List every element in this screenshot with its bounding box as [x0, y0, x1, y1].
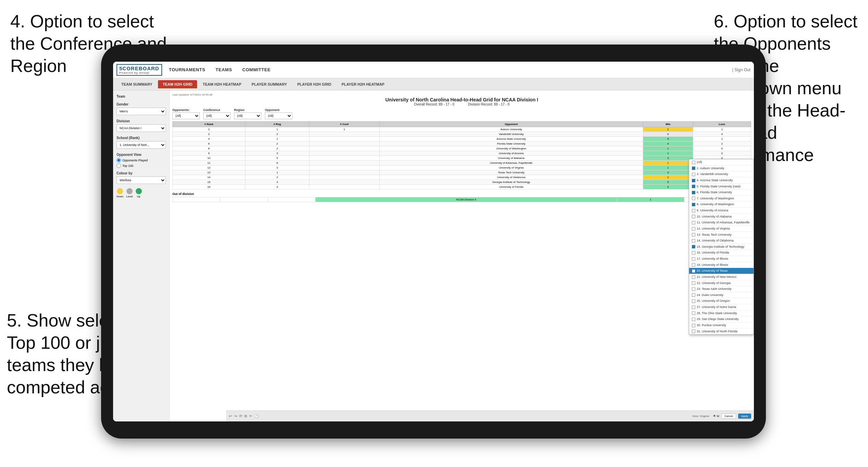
checkbox-icon: [692, 239, 695, 243]
data-table: # Rank # Reg # Conf Opponent Win Loss 2 …: [172, 121, 751, 189]
cell-win: 5: [643, 180, 693, 185]
dropdown-item[interactable]: 28. The Ohio State University: [689, 310, 754, 317]
table-row: 11 6 University of Arkansas, Fayettevill…: [173, 161, 751, 165]
dropdown-item[interactable]: 29. San Diego State University: [689, 316, 754, 322]
checkbox-icon: [692, 324, 695, 327]
dropdown-item[interactable]: 25. University of Oregon: [689, 298, 754, 304]
clock-icon: 🕐: [254, 414, 259, 418]
nav-tournaments[interactable]: TOURNAMENTS: [169, 67, 205, 72]
filter-region-select[interactable]: (All): [234, 112, 261, 119]
cell-conf: [309, 185, 380, 189]
checkbox-icon: [692, 330, 695, 333]
cell-win: 5: [643, 137, 693, 142]
sidebar-opponent-view-label: Opponent View: [117, 153, 166, 157]
cancel-button[interactable]: Cancel: [721, 414, 736, 419]
filter-opponents-select[interactable]: (All): [172, 112, 200, 119]
undo-icon[interactable]: ↩: [229, 414, 232, 418]
dropdown-item[interactable]: ✓15. Georgia Institute of Technology: [689, 244, 754, 250]
dropdown-item[interactable]: 24. Duke University: [689, 292, 754, 298]
signout[interactable]: | Sign Out: [732, 67, 750, 72]
cell-reg: 4: [245, 180, 309, 185]
cell-out-reg: [220, 197, 268, 202]
dropdown-item[interactable]: 10. University of Alabama: [689, 214, 754, 220]
radio-opponents-played-input[interactable]: [117, 158, 121, 162]
dropdown-item[interactable]: (All): [689, 159, 754, 165]
table-row: 14 2 University of Oklahoma 2 2: [173, 175, 751, 180]
col-reg: # Reg: [245, 122, 309, 127]
dropdown-item[interactable]: 18. University of Illinois: [689, 262, 754, 268]
nav-committee[interactable]: COMMITTEE: [242, 67, 271, 72]
tab-player-h2h-grid[interactable]: PLAYER H2H GRID: [292, 80, 336, 88]
table-row: 9 3 University of Arizona 1 0: [173, 151, 751, 156]
checkbox-icon: [692, 281, 695, 285]
dropdown-item[interactable]: ✓6. Florida State University: [689, 189, 754, 196]
dropdown-item[interactable]: 31. University of North Florida: [689, 329, 754, 335]
cell-loss: 2: [693, 142, 751, 146]
cell-conf: [309, 142, 380, 146]
copy-icon[interactable]: ⧉: [244, 414, 247, 418]
cell-reg: 1: [245, 170, 309, 175]
logo-text: 5COREBOARD: [119, 65, 159, 71]
opponent-dropdown[interactable]: (All)✓2. Auburn University3. Vanderbilt …: [689, 159, 754, 335]
sidebar-school-select[interactable]: 1. University of Nort...: [117, 141, 166, 149]
checkbox-icon: [692, 257, 695, 261]
checkbox-icon: [692, 293, 695, 297]
cell-reg: 3: [245, 151, 309, 156]
dropdown-item[interactable]: 30. Purdue University: [689, 322, 754, 329]
radio-top100[interactable]: Top 100: [117, 163, 166, 168]
tab-player-h2h-heatmap[interactable]: PLAYER H2H HEATMAP: [337, 80, 389, 88]
tab-team-h2h-grid[interactable]: TEAM H2H GRID: [158, 80, 197, 88]
checkbox-icon: ✓: [692, 191, 695, 194]
dropdown-item[interactable]: ✓2. Auburn University: [689, 165, 754, 172]
apply-button[interactable]: Apply: [738, 414, 751, 419]
sidebar-division-select[interactable]: NCAA Division I: [117, 124, 166, 132]
table-row: 10 5 University of Alabama 3 0: [173, 156, 751, 161]
cell-win: 3: [643, 170, 693, 175]
dropdown-item[interactable]: 11. University of Arkansas, Fayetteville: [689, 220, 754, 226]
dropdown-item[interactable]: 9. University of Arizona: [689, 208, 754, 214]
dropdown-item[interactable]: 14. University of Oklahoma: [689, 238, 754, 244]
tab-team-summary[interactable]: TEAM SUMMARY: [117, 80, 157, 88]
grid-header: University of North Carolina Head-to-Hea…: [172, 97, 751, 106]
cell-reg: 2: [245, 146, 309, 151]
checkbox-icon: [692, 251, 695, 255]
sidebar-colour-label: Colour by: [117, 171, 166, 175]
filter-region-label: Region: [234, 108, 261, 112]
sidebar-gender-select[interactable]: Men's: [117, 108, 166, 115]
out-of-division-label: Out of division: [172, 192, 751, 196]
dropdown-item[interactable]: 17. University of Illinois: [689, 256, 754, 262]
cell-opponent: Auburn University: [379, 127, 643, 132]
radio-opponents-played[interactable]: Opponents Played: [117, 158, 166, 162]
sidebar-colour-select[interactable]: Win/loss: [117, 176, 166, 184]
sidebar-division-section: Division NCAA Division I: [117, 119, 166, 132]
radio-top100-input[interactable]: [117, 163, 121, 168]
crop-icon[interactable]: ✂: [249, 414, 252, 418]
cell-rank: 11: [173, 161, 245, 165]
dropdown-item[interactable]: 16. University of Florida: [689, 250, 754, 256]
dropdown-item[interactable]: 21. University of New Mexico: [689, 274, 754, 280]
tab-team-h2h-heatmap[interactable]: TEAM H2H HEATMAP: [198, 80, 246, 88]
cell-rank: 9: [173, 151, 245, 156]
col-conf: # Conf: [309, 122, 380, 127]
dropdown-item[interactable]: 22. University of Georgia: [689, 280, 754, 286]
nav-teams[interactable]: TEAMS: [216, 67, 232, 72]
dropdown-item[interactable]: ✓4. Arizona State University: [689, 177, 754, 184]
tab-player-summary[interactable]: PLAYER SUMMARY: [247, 80, 292, 88]
dropdown-item[interactable]: 27. University of Notre Dame: [689, 304, 754, 310]
dropdown-item[interactable]: 20. University of Texas: [689, 268, 754, 274]
dropdown-item[interactable]: 12. University of Virginia: [689, 226, 754, 232]
sidebar-colour-section: Colour by Win/loss: [117, 171, 166, 184]
dropdown-item[interactable]: ✓8. University of Washington: [689, 201, 754, 208]
filter-opponent-select[interactable]: (All): [265, 112, 292, 119]
cell-loss: 4: [693, 132, 751, 137]
filter-conference-select[interactable]: (All): [203, 112, 231, 119]
cell-reg: 6: [245, 161, 309, 165]
dropdown-item[interactable]: 7. University of Washington: [689, 196, 754, 202]
dropdown-item[interactable]: ✓5. Florida State University (new): [689, 184, 754, 190]
reset-icon[interactable]: ⟳: [239, 414, 242, 418]
dropdown-item[interactable]: 3. Vanderbilt University: [689, 171, 754, 177]
dropdown-item[interactable]: 23. Texas A&M University: [689, 286, 754, 292]
dropdown-item[interactable]: 13. Texas Tech University: [689, 232, 754, 238]
redo-icon[interactable]: ↪: [234, 414, 237, 418]
cell-rank: 13: [173, 170, 245, 175]
